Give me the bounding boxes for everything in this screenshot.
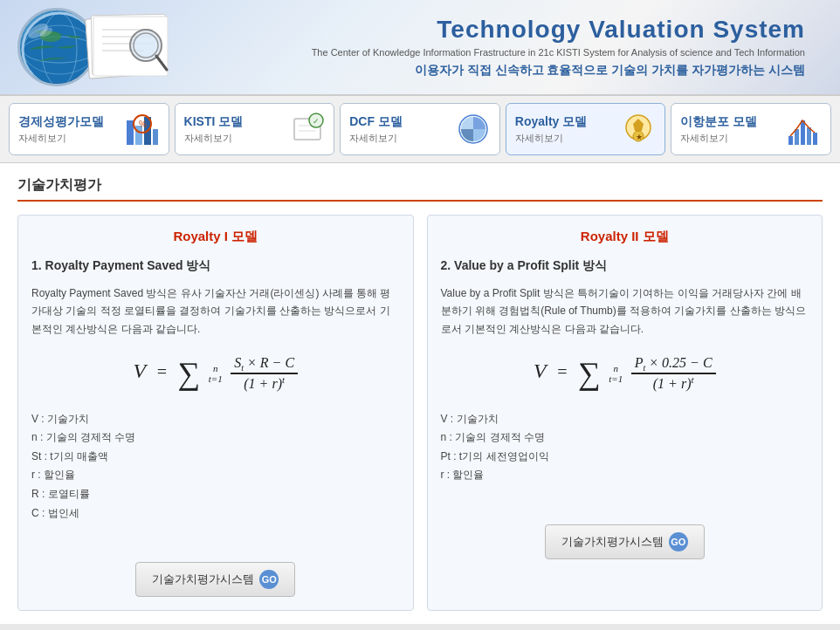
svg-rect-32 (788, 136, 793, 145)
economic-icon: % (125, 112, 160, 147)
svg-rect-17 (127, 120, 134, 145)
royalty1-vars: V : 기술가치 n : 기술의 경제적 수명 St : t기의 매출액 r :… (31, 410, 400, 524)
royalty1-var-2: St : t기의 매출액 (31, 448, 400, 467)
nav-item-royalty-title: Royalty 모델 (515, 114, 615, 130)
royalty2-var-2: Pt : t기의 세전영업이익 (441, 448, 809, 467)
nav-item-dcf[interactable]: DCF 모델 자세히보기 (340, 103, 500, 155)
svg-rect-34 (801, 120, 805, 145)
royalty2-var-1: n : 기술의 경제적 수명 (441, 428, 809, 448)
royalty1-subtitle: 1. Royalty Payment Saved 방식 (31, 258, 400, 274)
document-icon (83, 12, 179, 82)
royalty2-var-3: r : 할인율 (441, 466, 809, 485)
content-columns: Royalty I 모델 1. Royalty Payment Saved 방식… (17, 215, 823, 611)
header-title: Technology Valuation System (227, 16, 805, 44)
nav-item-kisti-title: KISTI 모델 (184, 114, 284, 130)
nav-item-binomial-title: 이항분포 모델 (680, 114, 780, 130)
royalty2-formula: V = ∑ n t=1 Pt × 0.25 − C (1 + r)t (441, 355, 809, 393)
nav-item-economic-link[interactable]: 자세히보기 (18, 132, 118, 145)
royalty2-go-icon: GO (669, 532, 688, 551)
royalty2-var-0: V : 기술가치 (441, 410, 809, 429)
nav-bar: 경제성평가모델 자세히보기 % KISTI 모델 자세히보기 (0, 96, 840, 163)
royalty1-var-0: V : 기술가치 (31, 410, 400, 429)
subtitle-highlight: 기술의 가치를 자가평가하는 시스템 (611, 63, 805, 77)
royalty1-btn-label: 기술가치평가시스템 (152, 572, 254, 587)
svg-rect-33 (795, 129, 799, 145)
dcf-icon (456, 112, 491, 147)
svg-text:%: % (139, 120, 147, 129)
royalty1-var-4: R : 로열티률 (31, 485, 400, 504)
royalty2-footer: 기술가치평가시스템 GO (441, 511, 809, 559)
royalty-icon: ★ (621, 112, 656, 147)
svg-text:★: ★ (636, 133, 643, 141)
nav-item-dcf-text: DCF 모델 자세히보기 (349, 114, 449, 145)
royalty2-panel: Royalty II 모델 2. Value by a Profit Split… (427, 215, 823, 611)
royalty1-var-1: n : 기술의 경제적 수명 (31, 428, 400, 448)
nav-item-economic-text: 경제성평가모델 자세히보기 (18, 114, 118, 145)
royalty1-go-icon: GO (259, 570, 279, 589)
royalty1-var-3: r : 할인율 (31, 466, 400, 485)
header-title-area: Technology Valuation System The Center o… (227, 16, 823, 79)
header: Technology Valuation System The Center o… (0, 0, 840, 96)
svg-rect-35 (807, 127, 811, 145)
royalty2-title: Royalty II 모델 (441, 229, 809, 245)
royalty2-desc: Value by a Profit Split 방식은 특허기술이 기여하는 이… (441, 284, 809, 338)
nav-item-binomial-text: 이항분포 모델 자세히보기 (680, 114, 780, 145)
header-subtitle-kr: 이용자가 직접 신속하고 효율적으로 기술의 가치를 자가평가하는 시스템 (227, 63, 805, 79)
svg-point-15 (134, 33, 158, 58)
kisti-icon: ✓ (290, 112, 325, 147)
royalty1-title: Royalty I 모델 (31, 229, 400, 245)
nav-item-dcf-title: DCF 모델 (349, 114, 449, 130)
royalty2-vars: V : 기술가치 n : 기술의 경제적 수명 Pt : t기의 세전영업이익 … (441, 410, 809, 485)
nav-item-binomial[interactable]: 이항분포 모델 자세히보기 (671, 103, 831, 155)
nav-item-kisti-text: KISTI 모델 자세히보기 (184, 114, 284, 145)
svg-rect-36 (813, 133, 817, 145)
royalty1-var-5: C : 법인세 (31, 504, 400, 524)
subtitle-prefix: 이용자가 직접 신속하고 효율적으로 (415, 63, 612, 77)
nav-item-economic-title: 경제성평가모델 (18, 114, 118, 130)
nav-item-royalty[interactable]: Royalty 모델 자세히보기 ★ (506, 103, 666, 155)
royalty1-desc: Royalty Payment Saved 방식은 유사 기술자산 거래(라이센… (31, 284, 400, 338)
royalty2-btn-label: 기술가치평가시스템 (561, 534, 664, 550)
royalty1-panel: Royalty I 모델 1. Royalty Payment Saved 방식… (17, 215, 414, 611)
nav-item-kisti[interactable]: KISTI 모델 자세히보기 ✓ (175, 103, 335, 155)
nav-item-dcf-link[interactable]: 자세히보기 (349, 132, 449, 145)
header-images (17, 8, 227, 86)
nav-item-royalty-text: Royalty 모델 자세히보기 (515, 114, 615, 145)
nav-item-economic[interactable]: 경제성평가모델 자세히보기 % (9, 103, 169, 155)
royalty2-system-button[interactable]: 기술가치평가시스템 GO (545, 524, 705, 559)
royalty1-formula: V = ∑ n t=1 St × R − C (1 + r)t (31, 355, 400, 393)
nav-item-royalty-link[interactable]: 자세히보기 (515, 132, 615, 145)
svg-rect-20 (153, 129, 158, 145)
main-content: 기술가치평가 Royalty I 모델 1. Royalty Payment S… (0, 163, 840, 624)
header-subtitle-en: The Center of Knowledge Information Fras… (227, 47, 805, 58)
svg-text:✓: ✓ (313, 117, 320, 126)
royalty1-system-button[interactable]: 기술가치평가시스템 GO (135, 562, 295, 597)
nav-item-binomial-link[interactable]: 자세히보기 (680, 132, 780, 145)
royalty1-footer: 기술가치평가시스템 GO (31, 549, 400, 597)
section-title: 기술가치평가 (17, 176, 823, 202)
royalty2-subtitle: 2. Value by a Profit Split 방식 (441, 258, 809, 274)
nav-item-kisti-link[interactable]: 자세히보기 (184, 132, 284, 145)
binomial-icon (787, 112, 822, 147)
